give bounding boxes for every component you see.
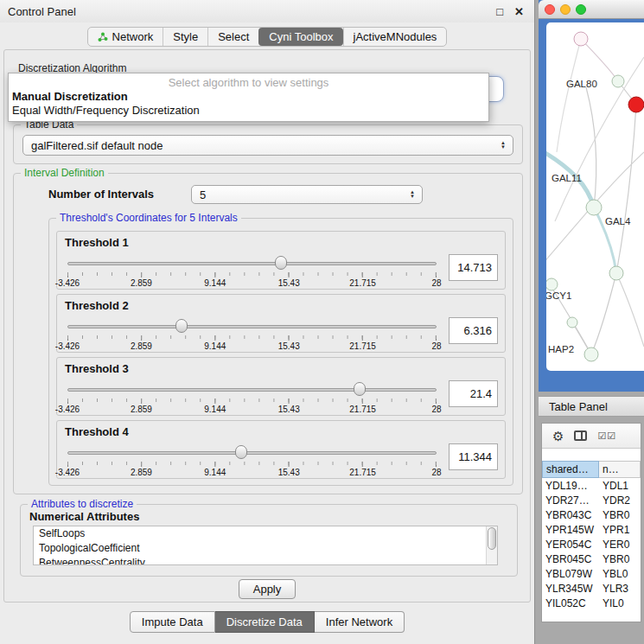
node-label: GCY1 xyxy=(546,290,571,301)
popup-option-equal-width-frequency[interactable]: Equal Width/Frequency Discretization xyxy=(9,104,488,118)
table-row[interactable]: YDL19…YDL1 xyxy=(542,478,641,493)
network-node-selected[interactable] xyxy=(628,97,644,112)
column-header-name[interactable]: n… xyxy=(599,461,641,478)
list-item[interactable]: SelfLoops xyxy=(34,526,497,541)
cell-name: YDR2 xyxy=(599,494,641,507)
page-title: Control Panel xyxy=(8,5,76,18)
slider-minor-ticks xyxy=(67,335,437,339)
traffic-light-minimize[interactable] xyxy=(560,4,571,15)
network-node[interactable] xyxy=(609,266,623,280)
slider-thumb[interactable] xyxy=(235,445,247,459)
network-node[interactable] xyxy=(584,348,598,361)
attributes-group-label: Attributes to discretize xyxy=(28,498,137,511)
tab-style[interactable]: Style xyxy=(163,28,207,46)
list-scrollbar-thumb[interactable] xyxy=(488,527,496,550)
table-row[interactable]: YER054CYER0 xyxy=(542,537,641,552)
network-node[interactable] xyxy=(567,317,577,328)
numerical-attributes-label: Numerical Attributes xyxy=(29,510,139,523)
numerical-attributes-list[interactable]: SelfLoops TopologicalCoefficient Between… xyxy=(33,526,498,565)
list-item[interactable]: TopologicalCoefficient xyxy=(34,541,497,556)
tab-infer-network[interactable]: Infer Network xyxy=(315,611,405,633)
table-data-group: Table Data galFiltered.sif default node … xyxy=(13,124,523,164)
control-panel-titlebar: Control Panel □ ✕ xyxy=(0,0,534,22)
minimize-icon[interactable]: □ xyxy=(496,5,503,18)
table-header-row: shared… n… xyxy=(542,461,641,478)
threshold-2-panel: Threshold 2 -3.4262.8599.14415.4321.7152… xyxy=(56,294,506,353)
slider-tick-labels: -3.4262.8599.14415.4321.71528 xyxy=(67,278,437,288)
threshold-4-value-field[interactable]: 11.344 xyxy=(449,443,498,470)
traffic-light-zoom[interactable] xyxy=(576,4,586,15)
threshold-3-value-field[interactable]: 21.4 xyxy=(449,380,498,407)
network-node[interactable] xyxy=(574,32,588,46)
node-label: HAP2 xyxy=(548,344,574,354)
list-scrollbar[interactable] xyxy=(486,526,497,564)
tab-label: jActiveMNodules xyxy=(354,30,437,43)
threshold-label: Threshold 2 xyxy=(65,299,129,312)
cell-name: YLR3 xyxy=(599,583,641,595)
tab-jactivemnodules[interactable]: jActiveMNodules xyxy=(343,28,447,46)
threshold-label: Threshold 4 xyxy=(65,425,129,438)
table-row[interactable]: YBL079WYBL0 xyxy=(542,566,641,581)
slider-thumb[interactable] xyxy=(354,382,366,396)
num-intervals-spinner[interactable]: 5 ▲▼ xyxy=(191,185,423,204)
select-columns-checkbox-icons[interactable]: ☑☑ xyxy=(597,430,616,442)
network-node[interactable] xyxy=(586,200,602,215)
slider-tick-labels: -3.4262.8599.14415.4321.71528 xyxy=(67,468,437,477)
tab-network[interactable]: Network xyxy=(88,28,163,46)
cell-shared-name: YPR145W xyxy=(542,524,599,536)
column-header-shared-name[interactable]: shared… xyxy=(542,461,599,478)
tab-select[interactable]: Select xyxy=(207,28,258,46)
popup-placeholder: Select algorithm to view settings xyxy=(9,76,488,90)
algorithm-dropdown-popup: Select algorithm to view settings Manual… xyxy=(8,73,489,122)
traffic-light-close[interactable] xyxy=(545,4,555,15)
network-graph[interactable]: GAL80 GAL11 GAL4 GCY1 HAP2 xyxy=(546,22,644,371)
table-row[interactable]: YDR27…YDR2 xyxy=(542,493,641,507)
slider-track xyxy=(67,325,437,328)
threshold-4-slider[interactable]: -3.4262.8599.14415.4321.71528 xyxy=(66,443,438,478)
gear-icon[interactable]: ⚙ xyxy=(552,430,564,443)
apply-button[interactable]: Apply xyxy=(239,579,296,599)
list-item[interactable]: BetweennessCentrality xyxy=(34,556,497,565)
slider-tick-labels: -3.4262.8599.14415.4321.71528 xyxy=(67,405,437,414)
tab-impute-data[interactable]: Impute Data xyxy=(130,611,215,633)
network-canvas[interactable]: GAL80 GAL11 GAL4 GCY1 HAP2 xyxy=(546,22,644,371)
slider-track xyxy=(67,388,437,392)
threshold-3-slider[interactable]: -3.4262.8599.14415.4321.71528 xyxy=(66,380,438,415)
cell-shared-name: YDR27… xyxy=(542,494,599,507)
threshold-1-slider[interactable]: -3.4262.8599.14415.4321.71528 xyxy=(66,254,438,289)
network-node[interactable] xyxy=(612,75,624,87)
table-row[interactable]: YPR145WYPR1 xyxy=(542,522,641,537)
window-controls: □ ✕ xyxy=(496,5,524,18)
cell-shared-name: YLR345W xyxy=(542,583,599,595)
threshold-label: Threshold 1 xyxy=(65,236,129,249)
cell-shared-name: YDL19… xyxy=(542,480,599,492)
close-icon[interactable]: ✕ xyxy=(514,5,524,18)
table-data-combobox[interactable]: galFiltered.sif default node ▲▼ xyxy=(22,135,513,156)
cyni-toolbox-panel: Discretization Algorithm Table Data galF… xyxy=(3,49,531,603)
cell-shared-name: YER054C xyxy=(542,539,599,551)
table-row[interactable]: YLR345WYLR3 xyxy=(542,581,641,596)
columns-icon[interactable] xyxy=(574,430,587,441)
table-row[interactable]: YBR045CYBR0 xyxy=(542,552,641,566)
network-window-titlebar xyxy=(539,0,644,19)
cell-name: YBR0 xyxy=(599,509,641,521)
threshold-2-value-field[interactable]: 6.316 xyxy=(449,317,498,344)
tab-cyni-toolbox[interactable]: Cyni Toolbox xyxy=(258,28,342,46)
threshold-3-panel: Threshold 3 -3.4262.8599.14415.4321.7152… xyxy=(56,357,506,416)
table-row[interactable]: YBR043CYBR0 xyxy=(542,507,641,522)
attributes-group: Attributes to discretize Numerical Attri… xyxy=(20,504,518,577)
slider-thumb[interactable] xyxy=(175,319,188,333)
top-tabbar: Network Style Select Cyni Toolbox jActiv… xyxy=(0,27,534,47)
threshold-1-value-field[interactable]: 14.713 xyxy=(449,254,498,281)
table-panel-window: ⚙ ☑☑ shared… n… YDL19…YDL1 YDR27…YDR2 YB… xyxy=(541,423,641,622)
table-row[interactable]: YIL052CYIL0 xyxy=(542,596,641,610)
cell-name: YDL1 xyxy=(599,480,641,492)
cell-shared-name: YBR045C xyxy=(542,553,599,565)
table-panel-header: Table Panel xyxy=(539,396,644,417)
node-label: GAL11 xyxy=(552,173,582,183)
popup-option-manual-discretization[interactable]: Manual Discretization xyxy=(9,90,488,104)
threshold-2-slider[interactable]: -3.4262.8599.14415.4321.71528 xyxy=(66,317,438,352)
network-node[interactable] xyxy=(546,278,558,290)
tab-discretize-data[interactable]: Discretize Data xyxy=(215,611,315,633)
slider-thumb[interactable] xyxy=(275,256,287,270)
